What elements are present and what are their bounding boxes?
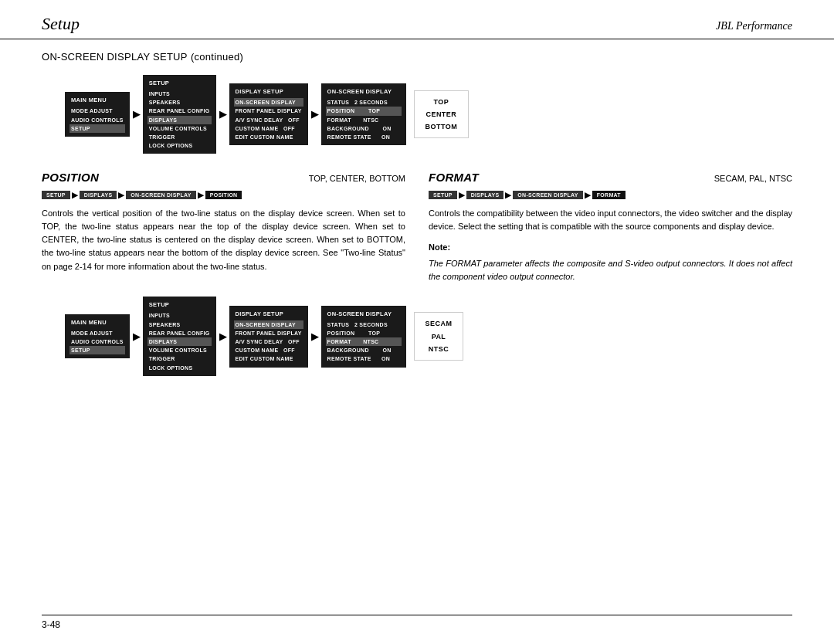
section-title: ON-SCREEN DISPLAY SETUP (continued) <box>42 50 792 63</box>
bottom-setup-volume: VOLUME CONTROLS <box>149 346 210 354</box>
bc-format-osd: ON-SCREEN DISPLAY <box>513 191 582 199</box>
bottom-setup-trigger: TRIGGER <box>149 354 210 363</box>
bottom-osd-box: ON-SCREEN DISPLAY STATUS 2 SECONDS POSIT… <box>321 306 406 368</box>
osd-menu-box: ON-SCREEN DISPLAY STATUS 2 SECONDS POSIT… <box>321 83 406 145</box>
position-title: POSITION <box>42 171 99 184</box>
bc-displays: DISPLAYS <box>80 191 117 199</box>
format-title: FORMAT <box>429 171 479 184</box>
osd-item-remote: REMOTE STATE ON <box>327 133 400 141</box>
bottom-main-menu-box: MAIN MENU MODE ADJUST AUDIO CONTROLS SET… <box>65 314 130 359</box>
format-section: FORMAT SECAM, PAL, NTSC SETUP ▶ DISPLAYS… <box>429 171 792 283</box>
format-body: Controls the compatibility between the v… <box>429 207 792 283</box>
setup-item-rear: REAR PANEL CONFIG <box>149 107 210 115</box>
display-setup-item-cn: CUSTOM NAME OFF <box>236 124 302 133</box>
bottom-setup-rear: REAR PANEL CONFIG <box>149 329 210 337</box>
arrow-1: ▶ <box>130 109 143 120</box>
display-setup-item-fpd: FRONT PANEL DISPLAY <box>236 107 302 115</box>
note-text: The FORMAT parameter affects the composi… <box>429 257 792 283</box>
bc-arrow-3: ▶ <box>196 191 205 199</box>
osd-item-position: POSITION TOP <box>326 107 402 115</box>
bottom-label-secam: SECAM <box>425 317 453 330</box>
bottom-display-setup-box: DISPLAY SETUP ON-SCREEN DISPLAY FRONT PA… <box>229 306 308 368</box>
format-breadcrumb: SETUP ▶ DISPLAYS ▶ ON-SCREEN DISPLAY ▶ F… <box>429 191 792 199</box>
bc-format-arrow-2: ▶ <box>503 191 513 199</box>
bottom-setup-lock: LOCK OPTIONS <box>149 364 210 372</box>
bc-position: POSITION <box>205 191 242 199</box>
side-label-center: CENTER <box>425 108 458 120</box>
position-section: POSITION TOP, CENTER, BOTTOM SETUP ▶ DIS… <box>42 171 405 283</box>
arrow-2: ▶ <box>216 109 229 120</box>
bottom-main-setup: SETUP <box>70 346 125 354</box>
setup-item-speakers: SPEAKERS <box>149 98 210 107</box>
bc-arrow-2: ▶ <box>117 191 126 199</box>
format-subtitle: SECAM, PAL, NTSC <box>714 174 792 183</box>
bottom-main-mode: MODE ADJUST <box>71 329 124 337</box>
bc-setup: SETUP <box>42 191 70 199</box>
osd-item-format: FORMAT NTSC <box>327 116 400 124</box>
setup-menu-box: SETUP INPUTS SPEAKERS REAR PANEL CONFIG … <box>143 75 216 154</box>
bottom-menu-diagram: MAIN MENU MODE ADJUST AUDIO CONTROLS SET… <box>65 297 792 375</box>
display-setup-item-osd: ON-SCREEN DISPLAY <box>234 98 303 107</box>
page-number: 3-48 <box>42 619 60 630</box>
position-subtitle: TOP, CENTER, BOTTOM <box>309 174 405 183</box>
setup-item-displays: DISPLAYS <box>147 116 212 124</box>
page: Setup JBL Performance ON-SCREEN DISPLAY … <box>0 0 834 644</box>
main-menu-box: MAIN MENU MODE ADJUST AUDIO CONTROLS SET… <box>65 92 130 137</box>
bottom-osd-status: STATUS 2 SECONDS <box>327 320 400 329</box>
position-body: Controls the vertical position of the tw… <box>42 207 405 273</box>
position-breadcrumb: SETUP ▶ DISPLAYS ▶ ON-SCREEN DISPLAY ▶ P… <box>42 191 405 199</box>
bottom-setup-inputs: INPUTS <box>149 311 210 320</box>
bc-osd: ON-SCREEN DISPLAY <box>126 191 195 199</box>
main-menu-item-mode: MODE ADJUST <box>71 107 124 115</box>
setup-title: SETUP <box>149 79 210 88</box>
bc-format: FORMAT <box>592 191 626 199</box>
main-menu-item-setup: SETUP <box>70 124 125 133</box>
bottom-setup-box: SETUP INPUTS SPEAKERS REAR PANEL CONFIG … <box>143 297 216 375</box>
bottom-main-menu-title: MAIN MENU <box>71 318 124 327</box>
bottom-arrow-3: ▶ <box>308 331 321 342</box>
bottom-osd-position: POSITION TOP <box>327 329 400 337</box>
display-setup-item-ecn: EDIT CUSTOM NAME <box>236 133 302 141</box>
main-content: ON-SCREEN DISPLAY SETUP (continued) MAIN… <box>0 50 834 376</box>
bottom-arrow-2: ▶ <box>216 331 229 342</box>
osd-title: ON-SCREEN DISPLAY <box>327 87 400 97</box>
bc-arrow-1: ▶ <box>70 191 80 199</box>
osd-item-status: STATUS 2 SECONDS <box>327 98 400 107</box>
position-header-row: POSITION TOP, CENTER, BOTTOM <box>42 171 405 188</box>
setup-item-trigger: TRIGGER <box>149 133 210 141</box>
setup-item-volume: VOLUME CONTROLS <box>149 124 210 133</box>
bottom-osd-background: BACKGROUND ON <box>327 346 400 354</box>
osd-item-background: BACKGROUND ON <box>327 124 400 133</box>
bottom-osd-title: ON-SCREEN DISPLAY <box>327 310 400 319</box>
setup-item-lock: LOCK OPTIONS <box>149 141 210 150</box>
footer: 3-48 <box>42 615 792 630</box>
bottom-setup-title: SETUP <box>149 300 210 310</box>
display-setup-item-avs: A/V SYNC DELAY OFF <box>236 116 302 124</box>
bottom-label-pal: PAL <box>425 330 453 343</box>
bottom-arrow-1: ▶ <box>130 331 143 342</box>
bc-format-arrow-3: ▶ <box>583 191 592 199</box>
main-menu-item-audio: AUDIO CONTROLS <box>71 116 124 124</box>
bc-format-setup: SETUP <box>429 191 457 199</box>
main-menu-title: MAIN MENU <box>71 96 124 105</box>
bc-format-arrow-1: ▶ <box>457 191 466 199</box>
section-subtitle: (continued) <box>191 51 243 63</box>
bottom-main-audio: AUDIO CONTROLS <box>71 337 124 346</box>
bottom-ds-ecn: EDIT CUSTOM NAME <box>236 354 302 363</box>
arrow-3: ▶ <box>308 109 321 120</box>
bottom-label-ntsc: NTSC <box>425 343 453 355</box>
display-setup-title: DISPLAY SETUP <box>236 87 302 97</box>
side-label-top: TOP <box>425 96 458 108</box>
header-title: Setup <box>42 14 80 34</box>
two-column-section: POSITION TOP, CENTER, BOTTOM SETUP ▶ DIS… <box>42 171 792 283</box>
bottom-osd-format: FORMAT NTSC <box>326 337 402 346</box>
bottom-setup-speakers: SPEAKERS <box>149 320 210 329</box>
setup-item-inputs: INPUTS <box>149 90 210 98</box>
top-side-label: TOP CENTER BOTTOM <box>414 90 470 139</box>
note-label: Note: <box>429 241 792 254</box>
bottom-side-label: SECAM PAL NTSC <box>414 312 464 361</box>
bottom-setup-displays: DISPLAYS <box>147 337 212 346</box>
format-header-row: FORMAT SECAM, PAL, NTSC <box>429 171 792 188</box>
bottom-ds-fpd: FRONT PANEL DISPLAY <box>236 329 302 337</box>
side-label-bottom: BOTTOM <box>425 120 458 133</box>
